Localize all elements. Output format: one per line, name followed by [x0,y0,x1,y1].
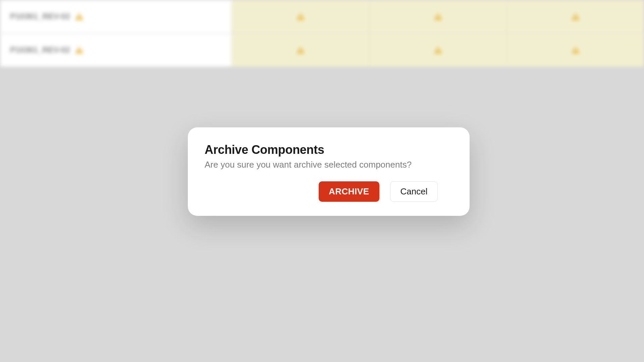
cancel-button[interactable]: Cancel [390,181,438,202]
dialog-actions: ARCHIVE Cancel [205,181,453,202]
archive-button[interactable]: ARCHIVE [319,181,379,202]
dialog-message: Are you sure you want archive selected c… [205,160,453,170]
modal-overlay: Archive Components Are you sure you want… [0,0,644,362]
dialog-title: Archive Components [205,143,453,157]
archive-confirmation-dialog: Archive Components Are you sure you want… [188,127,470,216]
